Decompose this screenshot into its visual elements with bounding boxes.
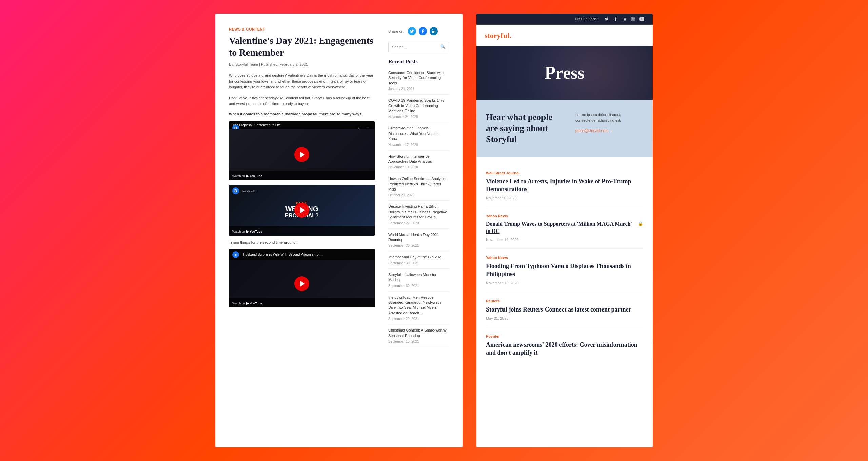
press-email-link[interactable]: press@storyful.com →	[575, 128, 613, 133]
recent-post-item: How an Online Sentiment Analysis Predict…	[388, 176, 449, 201]
play-button-3[interactable]	[294, 276, 309, 291]
recent-post-date: November 24, 2020	[388, 115, 449, 119]
video-title-3: Husband Surprises Wife With Second Propo…	[243, 253, 371, 256]
press-article: Reuters Storyful joins Reuters Connect a…	[486, 292, 643, 327]
article-date-2: November 12, 2020	[486, 281, 643, 285]
recent-posts-title: Recent Posts	[388, 59, 449, 65]
play-button-2[interactable]	[294, 203, 309, 218]
main-container: News & Content Valentine's Day 2021: Eng…	[0, 0, 868, 461]
recent-post-item: International Day of the Girl 2021 Septe…	[388, 255, 449, 268]
press-articles-list: Wall Street Journal Violence Led to Arre…	[476, 157, 653, 373]
twitter-top-icon[interactable]	[604, 16, 609, 22]
recent-post-date: September 15, 2021	[388, 340, 449, 343]
facebook-share-icon[interactable]	[419, 27, 427, 35]
instagram-top-icon[interactable]	[630, 16, 636, 22]
recent-post-item: Climate-related Financial Disclosures: W…	[388, 126, 449, 150]
recent-post-link[interactable]: International Day of the Girl 2021	[388, 255, 449, 260]
article-title-container: Donald Trump Waves to Supporters at 'Mil…	[486, 221, 643, 238]
lock-icon: 🔒	[638, 221, 643, 226]
svg-rect-2	[631, 17, 635, 21]
video-embed-3[interactable]: B Husband Surprises Wife With Second Pro…	[229, 249, 375, 307]
video-embed-2[interactable]: B KissKad... BEST WEDDING PROPOSAL?	[229, 185, 375, 236]
play-button-1[interactable]	[294, 147, 309, 162]
contact-button[interactable]: Contact	[618, 30, 645, 40]
svg-point-3	[632, 18, 634, 20]
youtube-top-icon[interactable]	[639, 16, 645, 22]
recent-post-item: Christmas Content: A Share-worthy Season…	[388, 328, 449, 347]
nav-about[interactable]: About	[575, 33, 585, 38]
recent-post-link[interactable]: the download: Men Rescue Stranded Kangar…	[388, 295, 449, 316]
share-label: Share on:	[388, 29, 405, 33]
article-source-4: Poynter	[486, 334, 643, 338]
article-source-3: Reuters	[486, 299, 643, 303]
article-source-2: Yahoo News	[486, 256, 643, 260]
recent-post-date: November 10, 2020	[388, 165, 449, 169]
video-thumbnail-3[interactable]: Watch on ▶ YouTube	[229, 260, 375, 307]
recent-post-date: September 30, 2021	[388, 244, 449, 247]
blog-meta: By: Storyful Team | Published: February …	[229, 62, 375, 66]
recent-post-link[interactable]: How an Online Sentiment Analysis Predict…	[388, 176, 449, 192]
storyful-press-panel: Let's Be Social:	[476, 14, 653, 447]
linkedin-share-icon[interactable]	[430, 27, 438, 35]
storyful-logo: storyful.	[485, 31, 522, 40]
facebook-top-icon[interactable]	[613, 16, 618, 22]
social-icons-group	[408, 27, 438, 35]
article-title-3: Storyful joins Reuters Connect as latest…	[486, 306, 643, 314]
linkedin-top-icon[interactable]	[622, 16, 627, 22]
video-thumbnail-2[interactable]: B KissKad... BEST WEDDING PROPOSAL?	[229, 185, 375, 236]
recent-post-date: September 30, 2021	[388, 284, 449, 288]
recent-post-link[interactable]: Climate-related Financial Disclosures: W…	[388, 126, 449, 141]
recent-post-date: September 29, 2021	[388, 317, 449, 321]
recent-post-link[interactable]: Consumer Confidence Starts with Security…	[388, 70, 449, 86]
nav-intelligence[interactable]: Intelligence	[547, 33, 568, 38]
search-input[interactable]	[392, 45, 440, 49]
press-article: Yahoo News Donald Trump Waves to Support…	[486, 207, 643, 249]
video-thumbnail-1[interactable]: Watch on ▶ YouTube	[229, 129, 375, 180]
recent-post-link[interactable]: Despite Investing Half a Billion Dollars…	[388, 204, 449, 220]
blog-paragraph-2: Don't let your #valentinesday2021 conten…	[229, 95, 375, 107]
recent-post-link[interactable]: Christmas Content: A Share-worthy Season…	[388, 328, 449, 338]
recent-post-item: Consumer Confidence Starts with Security…	[388, 70, 449, 95]
recent-post-date: November 17, 2020	[388, 143, 449, 147]
blog-bold-text: When it comes to a memorable marriage pr…	[229, 112, 375, 116]
storyful-nav: storyful. News Intelligence About Resour…	[476, 25, 653, 46]
recent-post-link[interactable]: World Mental Health Day 2021 Roundup	[388, 232, 449, 243]
article-title-link-1[interactable]: Donald Trump Waves to Supporters at 'Mil…	[486, 221, 636, 235]
recent-post-link[interactable]: COVID-19 Pandemic Sparks 14% Growth in V…	[388, 98, 449, 114]
blog-title: Valentine's Day 2021: Engagements to Rem…	[229, 35, 375, 58]
section-text: Trying things for the second time around…	[229, 240, 375, 244]
article-date-1: November 14, 2020	[486, 238, 643, 242]
press-article: Wall Street Journal Violence Led to Arre…	[486, 164, 643, 207]
svg-point-4	[634, 18, 634, 18]
blog-paragraph-1: Who doesn't love a grand gesture? Valent…	[229, 73, 375, 91]
twitter-share-icon[interactable]	[408, 27, 416, 35]
nav-news[interactable]: News	[530, 33, 540, 38]
storyful-topbar: Let's Be Social:	[476, 14, 653, 25]
press-article: Yahoo News Flooding From Typhoon Vamco D…	[486, 249, 643, 292]
press-intro-left: Hear what people are saying about Storyf…	[486, 112, 566, 145]
recent-post-link[interactable]: Storyful's Halloween Monster Mashup	[388, 272, 449, 283]
recent-post-link[interactable]: How Storyful Intelligence Approaches Dat…	[388, 154, 449, 164]
recent-post-item: COVID-19 Pandemic Sparks 14% Growth in V…	[388, 98, 449, 122]
svg-point-1	[623, 17, 623, 18]
article-title-2: Flooding From Typhoon Vamco Displaces Th…	[486, 262, 643, 278]
nav-resources[interactable]: Resources	[592, 33, 611, 38]
video-title-1: The Proposal: Sentenced to Life	[232, 123, 371, 127]
share-section: Share on:	[388, 27, 449, 35]
press-intro-heading: Hear what people are saying about Storyf…	[486, 112, 566, 145]
press-intro-right: Lorem ipsum dolor sit amet, consectetuer…	[575, 112, 643, 133]
category-label: News & Content	[229, 27, 375, 31]
video-embed-1[interactable]: B The Proposal: Sentenced to Life ⊕ ↑	[229, 121, 375, 180]
press-intro-desc: Lorem ipsum dolor sit amet, consectetuer…	[575, 112, 643, 123]
recent-post-item: Storyful's Halloween Monster Mashup Sept…	[388, 272, 449, 292]
article-source-1: Yahoo News	[486, 214, 643, 218]
search-box[interactable]: 🔍	[388, 42, 449, 52]
recent-post-item: How Storyful Intelligence Approaches Dat…	[388, 154, 449, 173]
svg-point-0	[432, 29, 433, 30]
article-source-0: Wall Street Journal	[486, 171, 643, 175]
article-date-0: November 6, 2020	[486, 196, 643, 200]
press-article: Poynter American newsrooms' 2020 efforts…	[486, 327, 643, 366]
header-social-icons	[604, 16, 645, 22]
lets-be-social-label: Let's Be Social:	[575, 17, 598, 21]
recent-post-item: Despite Investing Half a Billion Dollars…	[388, 204, 449, 228]
